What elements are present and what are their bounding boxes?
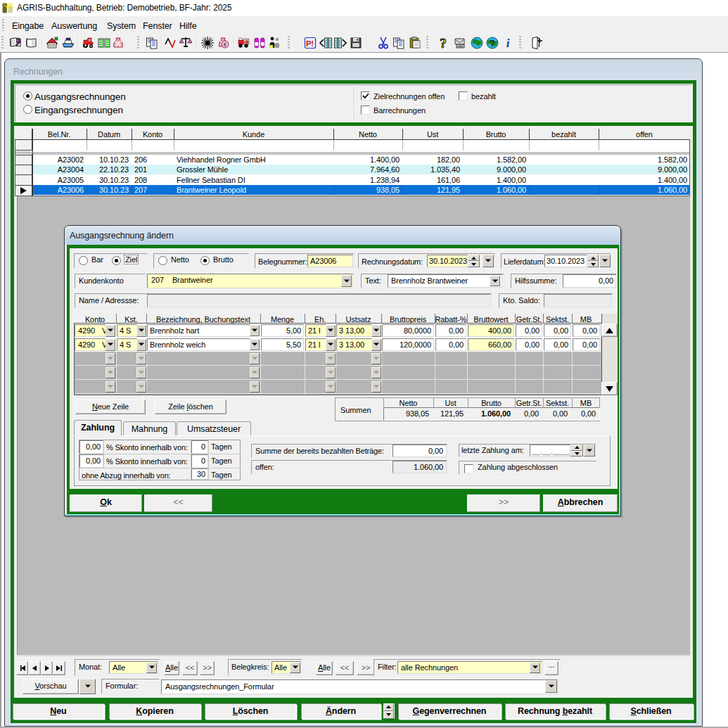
svg-text:?: ? bbox=[490, 38, 495, 49]
svg-text:P!: P! bbox=[306, 39, 314, 48]
svg-text:€: € bbox=[224, 41, 227, 48]
svg-text:?: ? bbox=[440, 36, 446, 50]
svg-text:i: i bbox=[506, 37, 510, 50]
